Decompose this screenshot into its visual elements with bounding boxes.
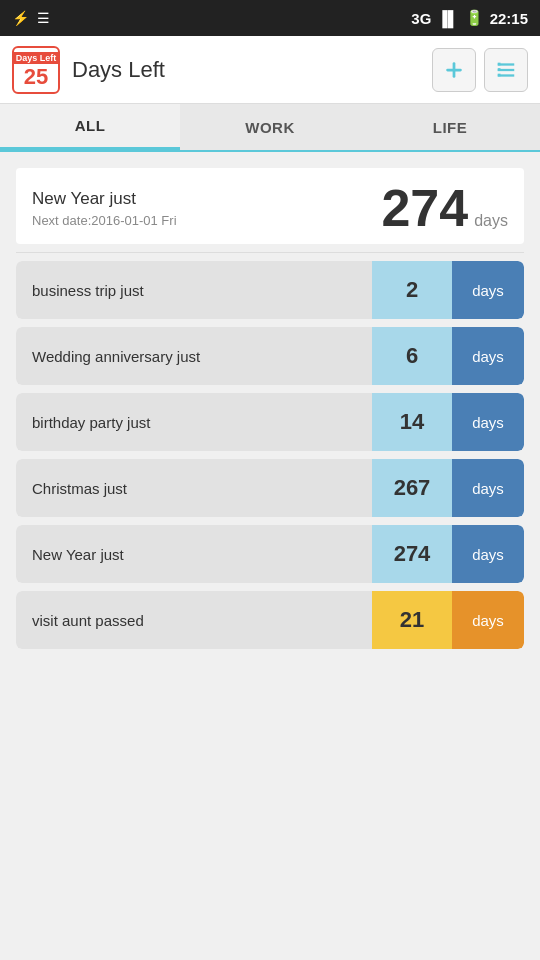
- featured-event[interactable]: New Year just Next date:2016-01-01 Fri 2…: [16, 168, 524, 244]
- featured-divider: [16, 252, 524, 253]
- app-icon: Days Left 25: [12, 46, 60, 94]
- app-icon-number: 25: [24, 66, 48, 88]
- event-row[interactable]: visit aunt passed 21 days: [16, 591, 524, 649]
- featured-event-name: New Year just: [32, 189, 177, 209]
- status-left-icons: ⚡ ☰: [12, 10, 50, 26]
- svg-rect-7: [498, 73, 501, 76]
- featured-event-count: 274: [381, 182, 468, 234]
- event-days-badge: days: [452, 261, 524, 319]
- featured-event-date: Next date:2016-01-01 Fri: [32, 213, 177, 228]
- svg-rect-5: [498, 62, 501, 65]
- signal-icon: ▐▌: [437, 10, 458, 27]
- event-name: business trip just: [16, 261, 372, 319]
- event-days-badge: days: [452, 459, 524, 517]
- battery-icon: 🔋: [465, 9, 484, 27]
- app-header: Days Left 25 Days Left: [0, 36, 540, 104]
- event-name: visit aunt passed: [16, 591, 372, 649]
- clock: 22:15: [490, 10, 528, 27]
- event-days-badge: days: [452, 393, 524, 451]
- tab-life[interactable]: LIFE: [360, 104, 540, 150]
- event-days-badge: days: [452, 525, 524, 583]
- app-title: Days Left: [72, 57, 424, 83]
- featured-count-block: 274 days: [381, 182, 508, 234]
- event-row[interactable]: New Year just 274 days: [16, 525, 524, 583]
- event-name: birthday party just: [16, 393, 372, 451]
- event-count: 274: [372, 525, 452, 583]
- event-list: business trip just 2 days Wedding annive…: [0, 261, 540, 649]
- event-row[interactable]: Wedding anniversary just 6 days: [16, 327, 524, 385]
- event-name: Christmas just: [16, 459, 372, 517]
- tab-all[interactable]: ALL: [0, 104, 180, 150]
- status-right: 3G ▐▌ 🔋 22:15: [411, 9, 528, 27]
- list-view-button[interactable]: [484, 48, 528, 92]
- event-days-badge: days: [452, 591, 524, 649]
- featured-days-label: days: [474, 212, 508, 230]
- event-name: New Year just: [16, 525, 372, 583]
- status-bar: ⚡ ☰ 3G ▐▌ 🔋 22:15: [0, 0, 540, 36]
- event-days-badge: days: [452, 327, 524, 385]
- event-row[interactable]: business trip just 2 days: [16, 261, 524, 319]
- tab-bar: ALL WORK LIFE: [0, 104, 540, 152]
- app-icon-top-label: Days Left: [14, 52, 58, 64]
- event-name: Wedding anniversary just: [16, 327, 372, 385]
- event-count: 6: [372, 327, 452, 385]
- event-count: 21: [372, 591, 452, 649]
- event-count: 14: [372, 393, 452, 451]
- event-count: 267: [372, 459, 452, 517]
- notification-icon: ☰: [37, 10, 50, 26]
- tab-work[interactable]: WORK: [180, 104, 360, 150]
- featured-text: New Year just Next date:2016-01-01 Fri: [32, 189, 177, 228]
- event-row[interactable]: Christmas just 267 days: [16, 459, 524, 517]
- event-count: 2: [372, 261, 452, 319]
- usb-icon: ⚡: [12, 10, 29, 26]
- add-button[interactable]: [432, 48, 476, 92]
- svg-rect-6: [498, 68, 501, 71]
- network-type: 3G: [411, 10, 431, 27]
- event-row[interactable]: birthday party just 14 days: [16, 393, 524, 451]
